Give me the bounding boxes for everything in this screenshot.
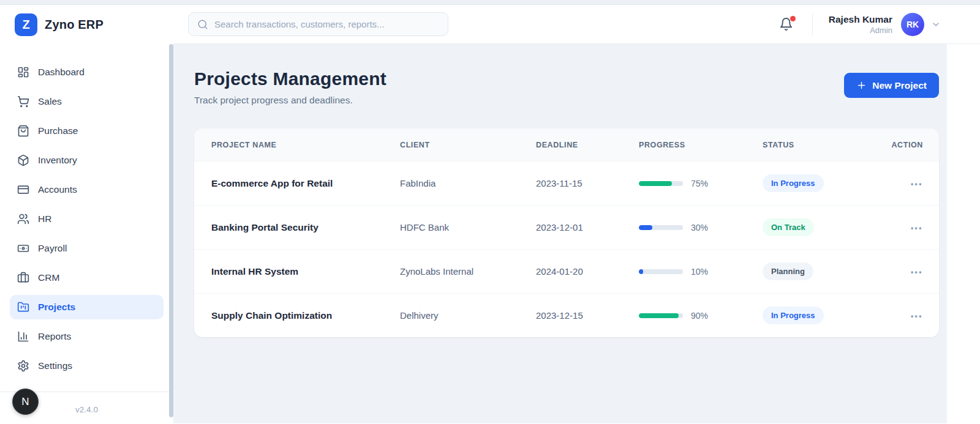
page-scrollbar-gutter[interactable] xyxy=(947,44,980,423)
sidebar-item-purchase[interactable]: Purchase xyxy=(10,119,164,143)
row-actions-button[interactable]: ••• xyxy=(911,268,923,277)
search-input[interactable] xyxy=(214,19,439,29)
app-logo: Z Zyno ERP xyxy=(0,5,173,44)
row-actions-button[interactable]: ••• xyxy=(911,312,923,321)
cell-status: In Progress xyxy=(763,294,891,338)
plus-icon xyxy=(856,80,867,91)
table-header-row: PROJECT NAMECLIENTDEADLINEPROGRESSSTATUS… xyxy=(194,128,939,162)
sidebar-item-label: Settings xyxy=(38,360,72,371)
sidebar-item-dashboard[interactable]: Dashboard xyxy=(10,60,164,84)
app-shell: Z Zyno ERP Dashboard Sales Purchase Inve… xyxy=(0,5,980,423)
progress-bar xyxy=(639,225,683,230)
header-divider xyxy=(812,13,813,35)
notification-dot xyxy=(790,16,796,21)
column-header: PROJECT NAME xyxy=(194,128,400,162)
cell-progress: 30% xyxy=(639,206,763,250)
cell-project-name: E-commerce App for Retail xyxy=(194,162,400,206)
column-header: DEADLINE xyxy=(536,128,639,162)
bar-chart-icon xyxy=(17,330,29,343)
progress-bar xyxy=(639,313,683,318)
row-actions-button[interactable]: ••• xyxy=(911,224,923,232)
cell-client: ZynoLabs Internal xyxy=(400,250,536,294)
sidebar-item-label: CRM xyxy=(38,272,59,283)
table-row[interactable]: Internal HR System ZynoLabs Internal 202… xyxy=(194,250,939,294)
table-row[interactable]: Banking Portal Security HDFC Bank 2023-1… xyxy=(194,206,939,250)
sidebar-item-payroll[interactable]: Payroll xyxy=(10,236,164,261)
cell-action: ••• xyxy=(891,250,939,294)
notifications-button[interactable] xyxy=(779,17,794,32)
sidebar-item-reports[interactable]: Reports xyxy=(10,324,164,349)
search-icon xyxy=(197,19,208,30)
app-version: v2.4.0 xyxy=(75,405,98,414)
sidebar-item-inventory[interactable]: Inventory xyxy=(10,148,164,173)
avatar[interactable]: RK xyxy=(901,13,924,36)
cell-project-name: Banking Portal Security xyxy=(194,206,400,250)
user-role: Admin xyxy=(829,26,892,35)
content-column: Rajesh Kumar Admin RK Projects Managemen… xyxy=(173,5,980,423)
cell-status: On Track xyxy=(763,206,891,250)
projects-table: PROJECT NAMECLIENTDEADLINEPROGRESSSTATUS… xyxy=(194,128,939,337)
cell-client: FabIndia xyxy=(400,162,536,206)
window-top-strip xyxy=(0,0,980,5)
layout-dashboard-icon xyxy=(17,66,29,78)
app-title: Zyno ERP xyxy=(45,18,104,32)
sidebar-item-label: Dashboard xyxy=(38,67,85,78)
column-header: PROGRESS xyxy=(639,128,763,162)
column-header: CLIENT xyxy=(400,128,536,162)
cell-action: ••• xyxy=(891,162,939,206)
progress-label: 90% xyxy=(691,311,708,321)
page-subtitle: Track project progress and deadlines. xyxy=(194,95,386,106)
cell-deadline: 2023-12-01 xyxy=(536,206,639,250)
folder-kanban-icon xyxy=(17,301,29,313)
projects-table-card: PROJECT NAMECLIENTDEADLINEPROGRESSSTATUS… xyxy=(194,128,939,337)
column-header: STATUS xyxy=(763,128,891,162)
cell-action: ••• xyxy=(891,294,939,338)
progress-bar xyxy=(639,181,683,186)
sidebar-item-accounts[interactable]: Accounts xyxy=(10,177,164,202)
cell-status: Planning xyxy=(763,250,891,294)
sidebar-item-label: Reports xyxy=(38,331,71,342)
sidebar-item-crm[interactable]: CRM xyxy=(10,266,164,290)
sidebar-item-label: Projects xyxy=(38,302,75,313)
cell-progress: 10% xyxy=(639,250,763,294)
status-badge: Planning xyxy=(763,262,813,280)
main-area: Projects Management Track project progre… xyxy=(173,44,947,423)
column-header: ACTION xyxy=(891,128,939,162)
table-row[interactable]: Supply Chain Optimization Delhivery 2023… xyxy=(194,294,939,338)
table-row[interactable]: E-commerce App for Retail FabIndia 2023-… xyxy=(194,162,939,206)
status-badge: In Progress xyxy=(763,307,824,324)
sidebar-item-label: Sales xyxy=(38,96,62,107)
row-actions-button[interactable]: ••• xyxy=(911,180,923,188)
sidebar-scrollbar[interactable] xyxy=(169,44,173,417)
users-icon xyxy=(17,213,29,225)
sidebar-nav: Dashboard Sales Purchase Inventory Accou… xyxy=(0,44,173,383)
sidebar-item-label: Purchase xyxy=(38,125,78,136)
chevron-down-icon[interactable] xyxy=(931,20,941,29)
user-name: Rajesh Kumar xyxy=(829,13,892,25)
sidebar: Z Zyno ERP Dashboard Sales Purchase Inve… xyxy=(0,5,173,423)
user-info: Rajesh Kumar Admin xyxy=(829,13,892,34)
sidebar-item-settings[interactable]: Settings xyxy=(10,354,164,378)
cell-action: ••• xyxy=(891,206,939,250)
sidebar-item-label: HR xyxy=(38,214,51,225)
sidebar-item-sales[interactable]: Sales xyxy=(10,89,164,114)
progress-label: 75% xyxy=(691,179,708,188)
gear-icon xyxy=(17,360,29,372)
dev-tools-badge[interactable]: N xyxy=(12,389,39,415)
credit-card-icon xyxy=(17,184,29,196)
cell-deadline: 2024-01-20 xyxy=(536,250,639,294)
header-right-cluster: Rajesh Kumar Admin RK xyxy=(779,13,941,36)
new-project-button[interactable]: New Project xyxy=(844,73,939,98)
page-title: Projects Management xyxy=(194,69,386,89)
cell-client: Delhivery xyxy=(400,294,536,338)
briefcase-icon xyxy=(17,272,29,284)
sidebar-item-projects[interactable]: Projects xyxy=(10,295,164,319)
global-search[interactable] xyxy=(188,12,448,36)
cell-deadline: 2023-11-15 xyxy=(536,162,639,206)
progress-bar xyxy=(639,269,683,274)
top-header: Rajesh Kumar Admin RK xyxy=(173,5,980,44)
progress-label: 10% xyxy=(691,267,708,277)
app-logo-icon: Z xyxy=(15,13,37,36)
sidebar-item-label: Accounts xyxy=(38,184,77,195)
sidebar-item-hr[interactable]: HR xyxy=(10,207,164,231)
